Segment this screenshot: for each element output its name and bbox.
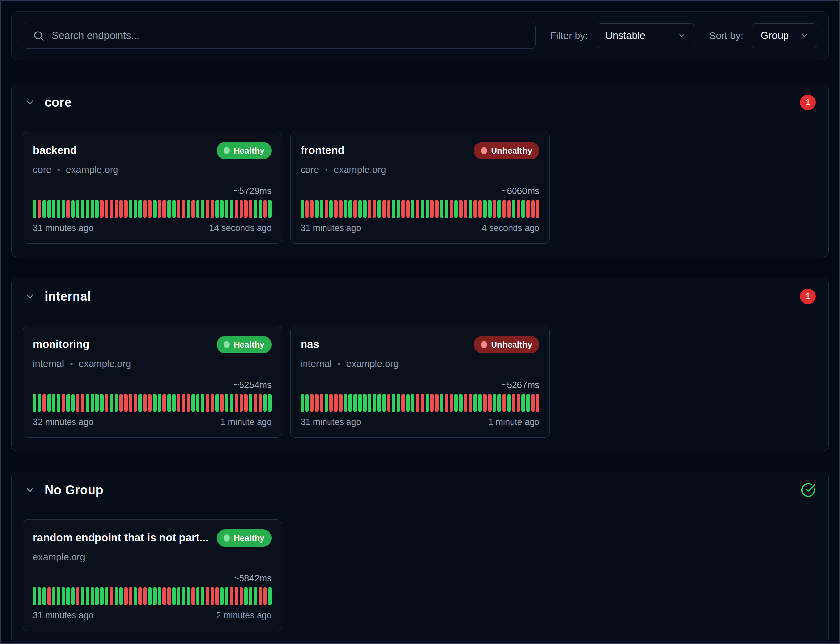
uptime-bar bbox=[522, 394, 525, 412]
newest-timestamp: 1 minute ago bbox=[220, 417, 272, 427]
endpoint-group-label: internal bbox=[300, 358, 332, 369]
endpoint-card[interactable]: nas Unhealthy internal • example.org ~52… bbox=[290, 326, 550, 437]
uptime-bar bbox=[177, 394, 180, 412]
search-input[interactable] bbox=[52, 30, 526, 42]
uptime-bar bbox=[406, 200, 410, 218]
uptime-bar bbox=[211, 587, 214, 605]
uptime-bar bbox=[201, 587, 204, 605]
response-time: ~5254ms bbox=[33, 380, 272, 394]
uptime-bar bbox=[411, 200, 415, 218]
sort-select-value: Group bbox=[761, 30, 789, 42]
uptime-bar bbox=[215, 200, 219, 218]
uptime-bar bbox=[536, 394, 540, 412]
uptime-bar bbox=[440, 394, 444, 412]
newest-timestamp: 4 seconds ago bbox=[482, 223, 540, 233]
uptime-bar bbox=[363, 200, 366, 218]
uptime-bar bbox=[330, 394, 333, 412]
uptime-bar bbox=[315, 394, 318, 412]
uptime-bar bbox=[38, 587, 41, 605]
endpoint-host: example.org bbox=[79, 358, 131, 369]
uptime-bar bbox=[244, 200, 248, 218]
uptime-bar bbox=[225, 587, 229, 605]
uptime-bar bbox=[95, 200, 99, 218]
group-header[interactable]: internal 1 bbox=[12, 278, 828, 315]
endpoint-card[interactable]: random endpoint that is not part... Heal… bbox=[23, 519, 282, 631]
separator-dot: • bbox=[57, 166, 60, 175]
uptime-bar bbox=[300, 394, 304, 412]
filter-select[interactable]: Unstable bbox=[597, 23, 695, 48]
uptime-bar bbox=[230, 200, 233, 218]
uptime-bar bbox=[254, 394, 257, 412]
uptime-bar bbox=[502, 394, 506, 412]
uptime-bar bbox=[115, 587, 118, 605]
uptime-bar bbox=[33, 200, 36, 218]
uptime-bar bbox=[244, 394, 248, 412]
uptime-bar bbox=[264, 394, 267, 412]
endpoint-card[interactable]: frontend Unhealthy core • example.org ~6… bbox=[290, 132, 550, 243]
group-header[interactable]: core 1 bbox=[12, 84, 828, 121]
uptime-bar bbox=[153, 200, 156, 218]
uptime-bar bbox=[531, 394, 535, 412]
uptime-bar bbox=[187, 587, 190, 605]
uptime-bar bbox=[110, 394, 113, 412]
uptime-bar bbox=[435, 394, 439, 412]
newest-timestamp: 14 seconds ago bbox=[209, 223, 272, 233]
endpoint-subtitle: core • example.org bbox=[300, 164, 540, 175]
response-time: ~5842ms bbox=[33, 573, 272, 587]
uptime-bar bbox=[71, 587, 75, 605]
uptime-bar bbox=[426, 394, 429, 412]
uptime-bar bbox=[81, 394, 84, 412]
uptime-bar bbox=[76, 394, 80, 412]
uptime-bar bbox=[158, 200, 161, 218]
group-unhealthy-count-badge: 1 bbox=[800, 289, 816, 304]
uptime-bar bbox=[483, 394, 487, 412]
uptime-bar bbox=[339, 200, 343, 218]
endpoint-card[interactable]: backend Healthy core • example.org ~5729… bbox=[23, 132, 282, 243]
collapse-chevron-icon bbox=[24, 485, 35, 496]
uptime-bar bbox=[42, 200, 46, 218]
uptime-bar bbox=[206, 394, 209, 412]
newest-timestamp: 2 minutes ago bbox=[216, 611, 272, 621]
uptime-bar bbox=[191, 587, 195, 605]
group-title: internal bbox=[44, 289, 91, 304]
uptime-bar bbox=[133, 587, 137, 605]
uptime-bar bbox=[358, 394, 362, 412]
uptime-bar bbox=[95, 587, 99, 605]
uptime-bar bbox=[497, 200, 501, 218]
uptime-bar bbox=[459, 200, 463, 218]
uptime-bar bbox=[469, 200, 472, 218]
uptime-bar bbox=[348, 200, 352, 218]
uptime-bar bbox=[353, 394, 357, 412]
uptime-bar bbox=[52, 394, 56, 412]
uptime-bar bbox=[382, 200, 386, 218]
endpoint-card[interactable]: monitoring Healthy internal • example.or… bbox=[23, 326, 282, 437]
uptime-bar bbox=[445, 200, 448, 218]
group-section: core 1 backend Healthy core • example.or… bbox=[11, 84, 829, 257]
uptime-bar bbox=[315, 200, 318, 218]
uptime-bar bbox=[397, 200, 400, 218]
uptime-bar bbox=[85, 200, 89, 218]
uptime-bar bbox=[57, 200, 61, 218]
uptime-bar bbox=[344, 394, 348, 412]
uptime-bar bbox=[115, 200, 118, 218]
uptime-bar bbox=[167, 394, 171, 412]
uptime-bar bbox=[411, 394, 415, 412]
uptime-bar bbox=[474, 394, 477, 412]
uptime-bar bbox=[445, 394, 448, 412]
status-dot-icon bbox=[481, 341, 487, 348]
uptime-bar bbox=[517, 394, 520, 412]
uptime-bar bbox=[235, 587, 238, 605]
uptime-bar bbox=[325, 394, 328, 412]
uptime-bar bbox=[105, 394, 108, 412]
uptime-bar bbox=[158, 587, 161, 605]
uptime-bar bbox=[162, 587, 166, 605]
search-box[interactable] bbox=[23, 23, 536, 49]
uptime-bar bbox=[377, 200, 381, 218]
uptime-bar bbox=[124, 200, 128, 218]
uptime-bar bbox=[172, 587, 176, 605]
uptime-bar bbox=[497, 394, 501, 412]
group-header[interactable]: No Group bbox=[12, 472, 828, 508]
endpoint-subtitle: internal • example.org bbox=[300, 358, 540, 369]
sort-select[interactable]: Group bbox=[752, 23, 817, 48]
uptime-bar bbox=[320, 394, 323, 412]
